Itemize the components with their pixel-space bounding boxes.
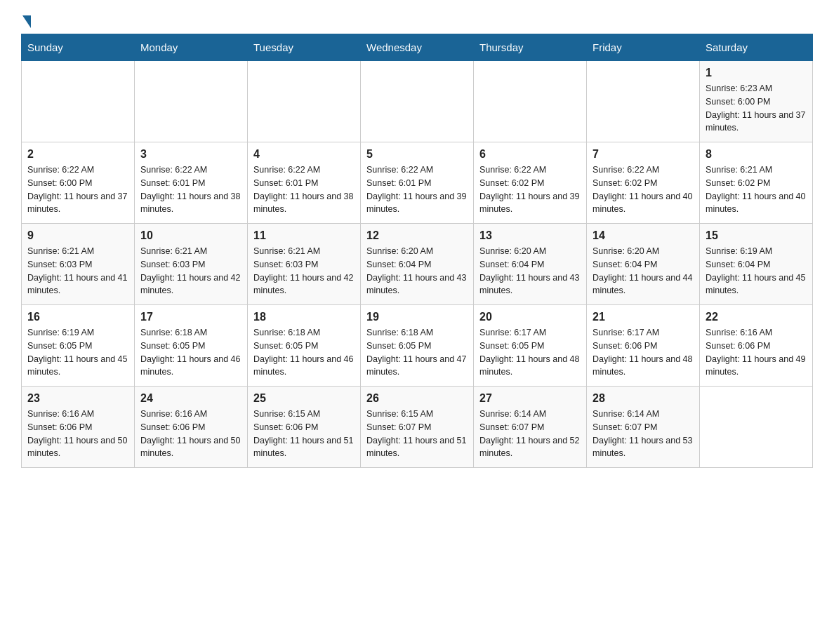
day-info: Sunrise: 6:15 AMSunset: 6:06 PMDaylight:…	[253, 408, 355, 460]
day-number: 28	[593, 392, 694, 405]
calendar-cell	[135, 61, 248, 142]
day-number: 13	[479, 229, 581, 242]
calendar-cell: 26Sunrise: 6:15 AMSunset: 6:07 PMDayligh…	[361, 387, 474, 468]
header-monday: Monday	[135, 34, 248, 61]
day-number: 2	[27, 148, 128, 161]
day-number: 14	[593, 229, 694, 242]
calendar-cell: 4Sunrise: 6:22 AMSunset: 6:01 PMDaylight…	[248, 142, 361, 224]
day-number: 21	[593, 311, 694, 323]
calendar-cell	[700, 387, 813, 468]
day-number: 10	[140, 229, 241, 242]
day-info: Sunrise: 6:20 AMSunset: 6:04 PMDaylight:…	[593, 245, 694, 297]
calendar-table: SundayMondayTuesdayWednesdayThursdayFrid…	[21, 34, 813, 468]
calendar-cell	[474, 61, 587, 142]
logo-arrow-icon	[22, 15, 31, 28]
calendar-week-row: 1Sunrise: 6:23 AMSunset: 6:00 PMDaylight…	[22, 61, 813, 142]
header-thursday: Thursday	[474, 34, 587, 61]
day-number: 8	[706, 148, 807, 161]
calendar-cell: 18Sunrise: 6:18 AMSunset: 6:05 PMDayligh…	[248, 305, 361, 387]
day-info: Sunrise: 6:22 AMSunset: 6:01 PMDaylight:…	[366, 163, 468, 216]
day-number: 24	[140, 392, 241, 405]
calendar-cell: 14Sunrise: 6:20 AMSunset: 6:04 PMDayligh…	[587, 224, 700, 305]
day-info: Sunrise: 6:15 AMSunset: 6:07 PMDaylight:…	[366, 408, 468, 460]
day-number: 7	[593, 148, 694, 161]
day-number: 17	[140, 311, 241, 323]
calendar-week-row: 9Sunrise: 6:21 AMSunset: 6:03 PMDaylight…	[22, 224, 813, 305]
day-info: Sunrise: 6:20 AMSunset: 6:04 PMDaylight:…	[366, 245, 468, 297]
calendar-cell	[587, 61, 700, 142]
day-info: Sunrise: 6:18 AMSunset: 6:05 PMDaylight:…	[366, 326, 468, 379]
calendar-cell: 2Sunrise: 6:22 AMSunset: 6:00 PMDaylight…	[22, 142, 135, 224]
day-number: 20	[479, 311, 581, 323]
calendar-cell: 22Sunrise: 6:16 AMSunset: 6:06 PMDayligh…	[700, 305, 813, 387]
calendar-cell: 10Sunrise: 6:21 AMSunset: 6:03 PMDayligh…	[135, 224, 248, 305]
header-friday: Friday	[587, 34, 700, 61]
day-info: Sunrise: 6:21 AMSunset: 6:03 PMDaylight:…	[27, 245, 128, 297]
day-number: 15	[706, 229, 807, 242]
page-header	[21, 14, 813, 27]
calendar-cell: 24Sunrise: 6:16 AMSunset: 6:06 PMDayligh…	[135, 387, 248, 468]
day-number: 1	[706, 67, 807, 79]
day-info: Sunrise: 6:18 AMSunset: 6:05 PMDaylight:…	[140, 326, 241, 379]
calendar-cell: 6Sunrise: 6:22 AMSunset: 6:02 PMDaylight…	[474, 142, 587, 224]
calendar-cell: 15Sunrise: 6:19 AMSunset: 6:04 PMDayligh…	[700, 224, 813, 305]
calendar-cell: 25Sunrise: 6:15 AMSunset: 6:06 PMDayligh…	[248, 387, 361, 468]
calendar-cell: 8Sunrise: 6:21 AMSunset: 6:02 PMDaylight…	[700, 142, 813, 224]
day-number: 3	[140, 148, 241, 161]
day-info: Sunrise: 6:19 AMSunset: 6:05 PMDaylight:…	[27, 326, 128, 379]
day-info: Sunrise: 6:14 AMSunset: 6:07 PMDaylight:…	[593, 408, 694, 460]
day-info: Sunrise: 6:21 AMSunset: 6:03 PMDaylight:…	[253, 245, 355, 297]
day-number: 6	[479, 148, 581, 161]
calendar-cell	[361, 61, 474, 142]
calendar-cell: 20Sunrise: 6:17 AMSunset: 6:05 PMDayligh…	[474, 305, 587, 387]
day-number: 5	[366, 148, 468, 161]
header-sunday: Sunday	[22, 34, 135, 61]
day-info: Sunrise: 6:22 AMSunset: 6:01 PMDaylight:…	[140, 163, 241, 216]
calendar-cell	[248, 61, 361, 142]
calendar-cell: 1Sunrise: 6:23 AMSunset: 6:00 PMDaylight…	[700, 61, 813, 142]
calendar-cell: 9Sunrise: 6:21 AMSunset: 6:03 PMDaylight…	[22, 224, 135, 305]
calendar-cell: 11Sunrise: 6:21 AMSunset: 6:03 PMDayligh…	[248, 224, 361, 305]
calendar-cell: 27Sunrise: 6:14 AMSunset: 6:07 PMDayligh…	[474, 387, 587, 468]
calendar-cell: 17Sunrise: 6:18 AMSunset: 6:05 PMDayligh…	[135, 305, 248, 387]
header-tuesday: Tuesday	[248, 34, 361, 61]
logo	[21, 14, 31, 27]
day-info: Sunrise: 6:18 AMSunset: 6:05 PMDaylight:…	[253, 326, 355, 379]
day-number: 16	[27, 311, 128, 323]
day-info: Sunrise: 6:22 AMSunset: 6:02 PMDaylight:…	[479, 163, 581, 216]
day-info: Sunrise: 6:14 AMSunset: 6:07 PMDaylight:…	[479, 408, 581, 460]
day-info: Sunrise: 6:22 AMSunset: 6:01 PMDaylight:…	[253, 163, 355, 216]
day-info: Sunrise: 6:21 AMSunset: 6:03 PMDaylight:…	[140, 245, 241, 297]
day-info: Sunrise: 6:22 AMSunset: 6:02 PMDaylight:…	[593, 163, 694, 216]
day-number: 11	[253, 229, 355, 242]
calendar-cell: 21Sunrise: 6:17 AMSunset: 6:06 PMDayligh…	[587, 305, 700, 387]
day-number: 12	[366, 229, 468, 242]
day-number: 18	[253, 311, 355, 323]
day-number: 4	[253, 148, 355, 161]
day-number: 19	[366, 311, 468, 323]
calendar-cell: 3Sunrise: 6:22 AMSunset: 6:01 PMDaylight…	[135, 142, 248, 224]
calendar-cell: 13Sunrise: 6:20 AMSunset: 6:04 PMDayligh…	[474, 224, 587, 305]
day-info: Sunrise: 6:16 AMSunset: 6:06 PMDaylight:…	[140, 408, 241, 460]
calendar-week-row: 16Sunrise: 6:19 AMSunset: 6:05 PMDayligh…	[22, 305, 813, 387]
day-number: 27	[479, 392, 581, 405]
calendar-week-row: 2Sunrise: 6:22 AMSunset: 6:00 PMDaylight…	[22, 142, 813, 224]
calendar-cell: 7Sunrise: 6:22 AMSunset: 6:02 PMDaylight…	[587, 142, 700, 224]
day-info: Sunrise: 6:16 AMSunset: 6:06 PMDaylight:…	[706, 326, 807, 379]
day-number: 26	[366, 392, 468, 405]
day-info: Sunrise: 6:22 AMSunset: 6:00 PMDaylight:…	[27, 163, 128, 216]
day-info: Sunrise: 6:19 AMSunset: 6:04 PMDaylight:…	[706, 245, 807, 297]
day-info: Sunrise: 6:17 AMSunset: 6:06 PMDaylight:…	[593, 326, 694, 379]
calendar-cell: 19Sunrise: 6:18 AMSunset: 6:05 PMDayligh…	[361, 305, 474, 387]
calendar-week-row: 23Sunrise: 6:16 AMSunset: 6:06 PMDayligh…	[22, 387, 813, 468]
calendar-cell: 16Sunrise: 6:19 AMSunset: 6:05 PMDayligh…	[22, 305, 135, 387]
header-wednesday: Wednesday	[361, 34, 474, 61]
day-info: Sunrise: 6:16 AMSunset: 6:06 PMDaylight:…	[27, 408, 128, 460]
day-info: Sunrise: 6:20 AMSunset: 6:04 PMDaylight:…	[479, 245, 581, 297]
calendar-cell: 28Sunrise: 6:14 AMSunset: 6:07 PMDayligh…	[587, 387, 700, 468]
day-number: 22	[706, 311, 807, 323]
calendar-cell: 23Sunrise: 6:16 AMSunset: 6:06 PMDayligh…	[22, 387, 135, 468]
day-number: 23	[27, 392, 128, 405]
calendar-cell	[22, 61, 135, 142]
day-number: 9	[27, 229, 128, 242]
